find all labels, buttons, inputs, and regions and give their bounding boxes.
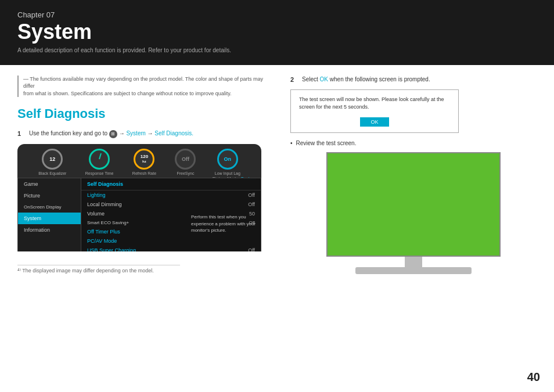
- menu-icon: ⊞: [109, 130, 117, 138]
- monitor-base: [355, 267, 472, 274]
- gauge-black-equalizer: 12 Black Equalizer: [38, 149, 66, 175]
- page-header: Chapter 07 System A detailed description…: [0, 0, 554, 65]
- dialog-text: The test screen will now be shown. Pleas…: [299, 96, 450, 112]
- bullet-text: Review the test screen.: [296, 140, 357, 146]
- menu-overlay: Game Picture OnScreen Display System Inf…: [17, 178, 261, 251]
- step-1-text: Use the function key and go to ⊞ → Syste…: [29, 130, 193, 138]
- gauge-lowinput: On Low Input Lag: [215, 149, 240, 175]
- gauge-circle-black-eq: 12: [42, 149, 63, 170]
- monitor-neck: [405, 257, 422, 267]
- system-link: System: [126, 130, 145, 136]
- menu-item-system[interactable]: System: [18, 213, 81, 224]
- gauge-refresh-rate: 120hz Refresh Rate: [132, 149, 156, 175]
- page-title: System: [17, 20, 537, 44]
- gauge-circle-refresh: 120hz: [134, 149, 154, 170]
- bullet-symbol: •: [290, 140, 293, 146]
- gauge-value-black-eq: 12: [49, 156, 55, 162]
- gauge-label-black-eq: Black Equalizer: [38, 171, 66, 175]
- menu-right-label-usb: USB Super Charging: [87, 247, 136, 251]
- menu-right-value-usb: Off: [248, 247, 255, 251]
- step-2-text: Select OK when the following screen is p…: [302, 75, 430, 84]
- menu-right-value-lighting: Off: [248, 192, 255, 198]
- gauge-label-refresh: Refresh Rate: [132, 171, 156, 175]
- menu-right-header: Self Diagnosis: [81, 178, 261, 190]
- menu-right-item-pcav[interactable]: PC/AV Mode: [81, 236, 261, 246]
- gauge-value-refresh: 120hz: [141, 154, 148, 165]
- gauge-freesync: Off FreeSync: [175, 149, 196, 175]
- dialog-ok-button[interactable]: OK: [360, 117, 388, 127]
- menu-right-label-offtimer: Off Timer Plus: [87, 229, 120, 235]
- monitor-stand: [326, 257, 501, 274]
- monitor-green-screen: [326, 152, 501, 257]
- menu-left-panel: Game Picture OnScreen Display System Inf…: [17, 178, 81, 251]
- menu-right-label-lighting: Lighting: [87, 192, 106, 198]
- menu-item-game[interactable]: Game: [18, 178, 81, 190]
- gauge-circle-response: [89, 149, 110, 170]
- main-content: — The functions available may vary depen…: [0, 65, 554, 392]
- monitor-mockup: 12 Black Equalizer Response Time: [17, 144, 261, 260]
- menu-right-value-localdimming: Off: [248, 202, 255, 207]
- menu-right-item-lighting[interactable]: Lighting Off: [81, 190, 261, 200]
- menu-right-label-localdimming: Local Dimming: [87, 202, 122, 207]
- gauge-circle-lowinput: On: [217, 149, 238, 170]
- footnote-top: — The functions available may vary depen…: [17, 75, 267, 98]
- gauge-circle-freesync: Off: [175, 149, 196, 170]
- gauges-row: 12 Black Equalizer Response Time: [17, 144, 261, 175]
- dialog-ok-row: OK: [299, 117, 450, 127]
- left-column: — The functions available may vary depen…: [0, 65, 279, 392]
- gauge-value-lowinput: On: [224, 156, 232, 162]
- gauge-label-response: Response Time: [85, 171, 114, 175]
- menu-right-item-usb[interactable]: USB Super Charging Off: [81, 246, 261, 251]
- ok-link: OK: [320, 76, 328, 82]
- self-diagnosis-link: Self Diagnosis.: [154, 130, 193, 136]
- menu-description: Perform this test when you experience a …: [191, 214, 258, 233]
- menu-right-label-eco: Smart ECO Saving+: [87, 220, 129, 225]
- monitor-screen: 12 Black Equalizer Response Time: [17, 144, 261, 251]
- chapter-label: Chapter 07: [17, 10, 537, 19]
- step-1-number: 1: [17, 130, 24, 137]
- self-diagnosis-title: Self Diagnosis: [17, 106, 267, 121]
- monitor-display: [326, 152, 501, 274]
- step-1-row: 1 Use the function key and go to ⊞ → Sys…: [17, 130, 267, 138]
- dialog-box: The test screen will now be shown. Pleas…: [290, 89, 459, 133]
- gauge-response-time: Response Time: [85, 149, 114, 175]
- bullet-row: • Review the test screen.: [290, 140, 537, 146]
- menu-item-onscreen[interactable]: OnScreen Display: [18, 202, 81, 213]
- step-2-row: 2 Select OK when the following screen is…: [290, 75, 537, 84]
- step-2-number: 2: [290, 76, 297, 83]
- right-column: 2 Select OK when the following screen is…: [279, 65, 554, 392]
- menu-right-item-localdimming[interactable]: Local Dimming Off: [81, 200, 261, 209]
- header-description: A detailed description of each function …: [17, 47, 537, 53]
- gauge-value-freesync: Off: [182, 156, 189, 162]
- menu-item-picture[interactable]: Picture: [18, 190, 81, 202]
- menu-item-information[interactable]: Information: [18, 224, 81, 236]
- page-number: 40: [527, 371, 540, 384]
- menu-right-label-volume: Volume: [87, 211, 105, 217]
- menu-right-label-pcav: PC/AV Mode: [87, 238, 117, 244]
- gauge-label-freesync: FreeSync: [177, 171, 194, 175]
- gauge-label-lowinput: Low Input Lag: [215, 171, 240, 175]
- footnote-bottom: ⁴⁾ The displayed image may differ depend…: [17, 265, 180, 274]
